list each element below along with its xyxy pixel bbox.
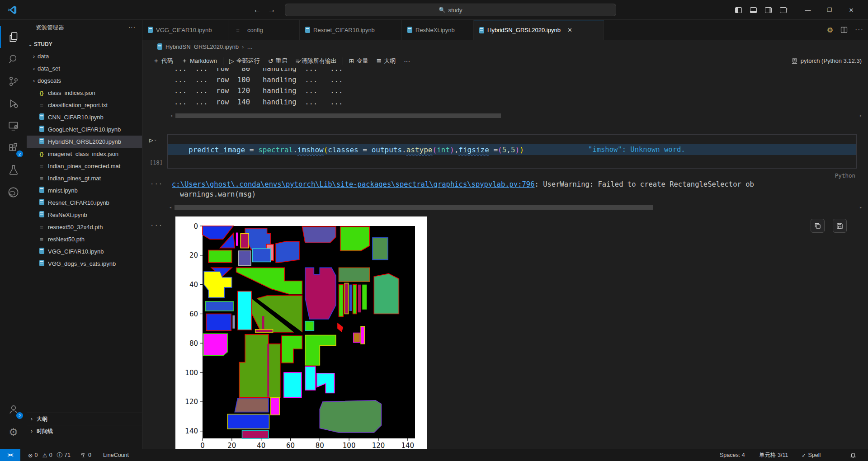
toolbar-变量[interactable]: ⊞变量: [345, 55, 373, 67]
activity-testing[interactable]: [0, 159, 27, 181]
sidebar-section-outline[interactable]: ›大纲: [27, 413, 142, 425]
warning-file-link[interactable]: c:\Users\ghost\.conda\envs\pytorch\Lib\s…: [172, 180, 535, 188]
command-center-search[interactable]: 🔍 study: [285, 4, 616, 16]
toolbar-icon: ＋: [153, 57, 159, 65]
nav-back-button[interactable]: ←: [251, 4, 263, 16]
notebook-settings-gear-icon[interactable]: ⚙: [827, 26, 833, 34]
file-tree-item-VGG_CIFAR10.ipynb[interactable]: VGG_CIFAR10.ipynb: [27, 245, 142, 258]
file-tree-item-ResNeXt.ipynb[interactable]: ResNeXt.ipynb: [27, 209, 142, 221]
maximize-button[interactable]: ❐: [819, 6, 840, 14]
layout-sidebar-left-icon[interactable]: [734, 6, 742, 14]
activity-run-debug[interactable]: [0, 93, 27, 114]
sidebar-more-actions[interactable]: ···: [128, 24, 136, 30]
file-tree-item-dogscats[interactable]: ›dogscats: [27, 75, 142, 87]
toolbar-大纲[interactable]: ≣大纲: [372, 55, 400, 67]
output-hscrollbar-bottom[interactable]: ◂ ▸: [175, 204, 857, 211]
accounts-badge: 2: [16, 412, 23, 419]
split-editor-icon[interactable]: [840, 26, 848, 33]
toolbar-代码[interactable]: ＋代码: [149, 55, 177, 67]
code-token: .: [293, 146, 297, 154]
scrollbar-thumb[interactable]: [175, 113, 501, 118]
tab-label: VGG_CIFAR10.ipynb: [156, 27, 212, 33]
file-tree-item-VGG_dogs_vs_cats.ipynb[interactable]: VGG_dogs_vs_cats.ipynb: [27, 258, 142, 270]
activity-accounts[interactable]: 2: [0, 399, 27, 420]
run-cell-button[interactable]: ▷ ⌄: [149, 136, 156, 144]
file-tree-item-GoogLeNet_CIFAR10.ipynb[interactable]: GoogLeNet_CIFAR10.ipynb: [27, 123, 142, 136]
copy-output-button[interactable]: [811, 219, 825, 233]
broadcast-status[interactable]: 0: [80, 449, 91, 461]
scroll-right-icon[interactable]: ▸: [859, 205, 862, 210]
close-icon[interactable]: ✕: [567, 27, 572, 33]
file-tree-item-classification_report.txt[interactable]: ≡classification_report.txt: [27, 99, 142, 111]
file-tree-item-CNN_CIFAR10.ipynb[interactable]: CNN_CIFAR10.ipynb: [27, 111, 142, 123]
notebook-file-icon: [38, 126, 46, 133]
file-name: VGG_CIFAR10.ipynb: [48, 248, 104, 255]
problems-status[interactable]: ⊗0 ⚠0 ⓘ71: [28, 449, 71, 461]
file-tree-item-Indian_pines_gt.mat[interactable]: ≡Indian_pines_gt.mat: [27, 172, 142, 184]
file-tree-item-mnist.ipynb[interactable]: mnist.ipynb: [27, 184, 142, 197]
broadcast-tower-icon: [80, 452, 86, 458]
toolbar-Markdown[interactable]: ＋Markdown: [177, 55, 221, 67]
plot-cell-more-actions[interactable]: ···: [150, 222, 163, 229]
activity-remote-explorer[interactable]: [0, 115, 27, 136]
linecount-status[interactable]: LineCount: [103, 449, 129, 461]
tab-Resnet_CIFAR10.ipynb[interactable]: Resnet_CIFAR10.ipynb: [300, 20, 402, 40]
close-button[interactable]: ✕: [841, 6, 862, 14]
toolbar-label: 清除所有输出: [302, 57, 337, 65]
activity-extensions[interactable]: 2: [0, 137, 27, 159]
save-output-button[interactable]: [833, 219, 847, 233]
scrollbar-thumb[interactable]: [175, 205, 653, 210]
code-cell[interactable]: predict_image = spectral.imshow(classes …: [167, 134, 857, 169]
file-tree-item-Indian_pines_corrected.mat[interactable]: ≡Indian_pines_corrected.mat: [27, 160, 142, 172]
toolbar-全部运行[interactable]: ▷全部运行: [225, 55, 264, 67]
scroll-left-icon[interactable]: ◂: [169, 205, 172, 210]
breadcrumb[interactable]: HybridSN_GRSL2020.ipynb › …: [142, 40, 868, 53]
minimize-button[interactable]: —: [797, 6, 818, 14]
activity-github[interactable]: [0, 181, 27, 203]
activity-search[interactable]: [0, 48, 27, 70]
activity-explorer[interactable]: [0, 26, 27, 48]
file-tree-item-class_indices.json[interactable]: {}class_indices.json: [27, 87, 142, 99]
toolbar-重启[interactable]: ↺重启: [264, 55, 292, 67]
warning-icon: ⚠: [42, 452, 47, 459]
file-tree-item-data_set[interactable]: ›data_set: [27, 62, 142, 75]
warning-cell-more-actions[interactable]: ···: [150, 180, 163, 188]
layout-custom-icon[interactable]: :: [779, 6, 787, 14]
file-tree-item-data[interactable]: ›data: [27, 50, 142, 62]
tab-ResNeXt.ipynb[interactable]: ResNeXt.ipynb: [402, 20, 474, 40]
file-tree-item-Resnet_CIFAR10.ipynb[interactable]: Resnet_CIFAR10.ipynb: [27, 197, 142, 209]
activity-settings[interactable]: ⚙: [0, 421, 27, 443]
output-hscrollbar-top[interactable]: ◂ ▸: [175, 113, 857, 119]
breadcrumb-more[interactable]: …: [247, 43, 253, 50]
file-tree-item-HybridSN_GRSL2020.ipynb[interactable]: HybridSN_GRSL2020.ipynb: [27, 136, 142, 148]
tree-root-study[interactable]: ⌄STUDY: [27, 38, 142, 50]
layout-panel-icon[interactable]: [749, 6, 757, 14]
activity-source-control[interactable]: [0, 71, 27, 92]
kernel-picker[interactable]: pytorch (Python 3.12.3): [791, 53, 862, 68]
scroll-left-icon[interactable]: ◂: [170, 113, 173, 118]
file-tree-item-imagenet_class_index.json[interactable]: {}imagenet_class_index.json: [27, 148, 142, 160]
file-tree-item-resNext50.pth[interactable]: ≡resNext50.pth: [27, 233, 142, 245]
cell-language-label[interactable]: Python: [835, 172, 855, 179]
layout-sidebar-right-icon[interactable]: [764, 6, 772, 14]
scroll-right-icon[interactable]: ▸: [859, 113, 862, 118]
tab-HybridSN_GRSL2020.ipynb[interactable]: HybridSN_GRSL2020.ipynb✕: [474, 20, 604, 40]
tab-VGG_CIFAR10.ipynb[interactable]: VGG_CIFAR10.ipynb: [142, 20, 228, 40]
spaces-status[interactable]: Spaces: 4: [720, 449, 745, 461]
file-tree-item-resnext50_32x4d.pth[interactable]: ≡resnext50_32x4d.pth: [27, 221, 142, 233]
extensions-badge: 2: [16, 151, 23, 157]
nav-forward-button[interactable]: →: [266, 4, 278, 16]
toolbar-清除所有输出[interactable]: ≡̷清除所有输出: [291, 55, 340, 67]
notifications-bell[interactable]: [850, 449, 856, 461]
remote-indicator[interactable]: ><: [0, 449, 20, 461]
cell-position-status[interactable]: 单元格 3/11: [759, 449, 788, 461]
sidebar-section-timeline[interactable]: ›时间线: [27, 425, 142, 437]
spell-status[interactable]: ✓ Spell: [802, 449, 821, 461]
editor-more-actions[interactable]: ···: [855, 26, 863, 34]
code-tokens[interactable]: predict_image = spectral.imshow(classes …: [189, 146, 524, 154]
breadcrumb-file[interactable]: HybridSN_GRSL2020.ipynb: [165, 43, 239, 50]
toolbar-more[interactable]: ···: [400, 55, 416, 67]
toolbar-label: 变量: [356, 57, 368, 65]
sidebar-footer: ›大纲›时间线: [27, 413, 142, 437]
tab-config[interactable]: ≡config: [228, 20, 300, 40]
